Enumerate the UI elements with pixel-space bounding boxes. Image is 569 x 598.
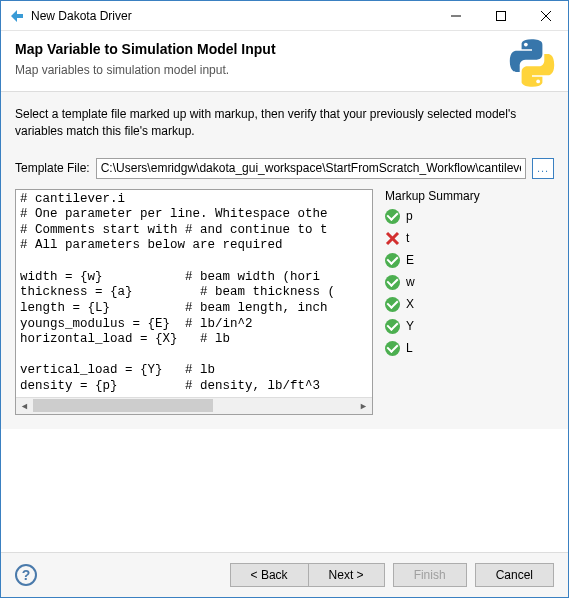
markup-summary-title: Markup Summary [383,189,554,203]
svg-point-5 [536,80,540,84]
template-file-label: Template File: [15,161,90,175]
wizard-footer: ? < Back Next > Finish Cancel [1,552,568,597]
page-title: Map Variable to Simulation Model Input [15,41,554,57]
markup-item: w [385,275,552,290]
template-file-row: Template File: ... [15,158,554,179]
minimize-button[interactable] [433,1,478,30]
svg-point-4 [524,43,528,47]
back-button[interactable]: < Back [230,563,308,587]
page-subtitle: Map variables to simulation model input. [15,63,554,77]
markup-item: t [385,231,552,246]
markup-item-label: L [406,341,413,355]
markup-item: L [385,341,552,356]
window-title: New Dakota Driver [31,9,433,23]
check-icon [385,341,400,356]
check-icon [385,275,400,290]
error-icon [385,231,400,246]
code-preview-panel: # cantilever.i # One parameter per line.… [15,189,373,415]
code-preview-text: # cantilever.i # One parameter per line.… [16,190,372,397]
template-file-input[interactable] [96,158,526,179]
markup-item: p [385,209,552,224]
svg-rect-1 [496,11,505,20]
maximize-button[interactable] [478,1,523,30]
instructions-text: Select a template file marked up with ma… [15,106,554,140]
scroll-left-arrow[interactable]: ◄ [16,397,33,414]
markup-item-label: X [406,297,414,311]
markup-item-label: w [406,275,415,289]
next-button[interactable]: Next > [308,563,385,587]
finish-button: Finish [393,563,467,587]
check-icon [385,319,400,334]
check-icon [385,297,400,312]
close-button[interactable] [523,1,568,30]
check-icon [385,253,400,268]
markup-item-label: E [406,253,414,267]
markup-list: ptEwXYL [383,207,554,358]
markup-item: X [385,297,552,312]
wizard-content: Select a template file marked up with ma… [1,92,568,429]
python-icon [506,37,558,89]
help-button[interactable]: ? [15,564,37,586]
markup-item-label: Y [406,319,414,333]
browse-button[interactable]: ... [532,158,554,179]
check-icon [385,209,400,224]
markup-summary-panel: Markup Summary ptEwXYL [383,189,554,415]
titlebar: New Dakota Driver [1,1,568,31]
markup-item-label: p [406,209,413,223]
horizontal-scrollbar[interactable]: ◄ ► [16,397,372,414]
scroll-right-arrow[interactable]: ► [355,397,372,414]
markup-item: E [385,253,552,268]
cancel-button[interactable]: Cancel [475,563,554,587]
wizard-header: Map Variable to Simulation Model Input M… [1,31,568,92]
app-icon [9,8,25,24]
scroll-thumb[interactable] [33,399,213,412]
markup-item-label: t [406,231,409,245]
markup-item: Y [385,319,552,334]
